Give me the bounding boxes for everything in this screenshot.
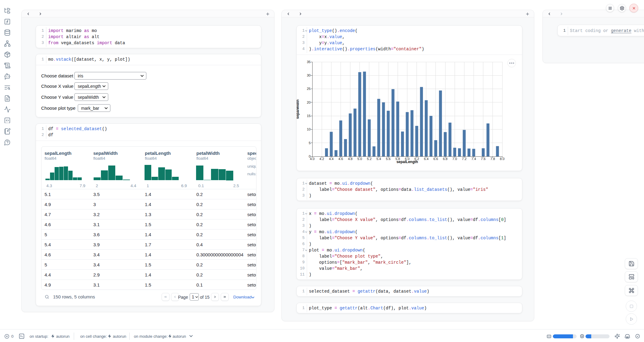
svg-text:sepalWidth: sepalWidth [297, 99, 300, 119]
svg-text:8.0: 8.0 [500, 157, 504, 161]
svg-text:7.4: 7.4 [471, 157, 476, 161]
svg-text:5.2: 5.2 [367, 157, 371, 161]
svg-text:30: 30 [307, 73, 310, 77]
svg-text:35: 35 [307, 60, 310, 64]
svg-text:sepalLength: sepalLength [396, 160, 418, 164]
svg-text:4.8: 4.8 [348, 157, 352, 161]
svg-text:4.4: 4.4 [329, 157, 334, 161]
svg-text:4.2: 4.2 [320, 157, 324, 161]
svg-text:5.4: 5.4 [376, 157, 381, 161]
svg-text:6.8: 6.8 [443, 157, 447, 161]
svg-text:10: 10 [307, 127, 310, 131]
svg-text:5: 5 [309, 141, 310, 145]
svg-text:6.4: 6.4 [424, 157, 428, 161]
svg-text:15: 15 [307, 114, 310, 118]
svg-text:0: 0 [309, 155, 310, 158]
svg-text:25: 25 [307, 87, 310, 91]
svg-text:4.0: 4.0 [310, 157, 314, 161]
svg-text:5.6: 5.6 [386, 157, 391, 161]
svg-text:7.6: 7.6 [481, 157, 485, 161]
svg-text:4.6: 4.6 [338, 157, 343, 161]
svg-text:7.8: 7.8 [490, 157, 495, 161]
svg-text:20: 20 [307, 101, 310, 104]
svg-text:7.2: 7.2 [462, 157, 467, 161]
svg-text:6.6: 6.6 [433, 157, 438, 161]
svg-text:5.0: 5.0 [357, 157, 362, 161]
svg-text:7.0: 7.0 [453, 157, 457, 161]
